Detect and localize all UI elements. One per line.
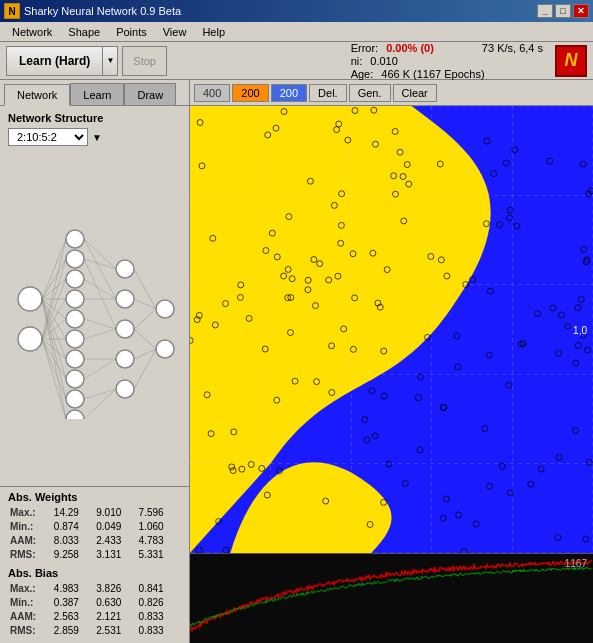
toolbar-info: Error: 0.00% (0) 73 K/s, 6,4 s ni: 0.010…: [351, 42, 543, 80]
btn-200a[interactable]: 200: [232, 84, 268, 102]
svg-line-51: [134, 269, 156, 309]
svg-line-33: [42, 319, 66, 339]
svg-point-4: [66, 270, 84, 288]
nn-logo: N: [555, 45, 587, 77]
svg-point-0: [18, 287, 42, 311]
svg-line-43: [84, 279, 116, 299]
bias-table: Max.: 4.983 3.826 0.841 Min.: 0.387 0.63…: [8, 581, 181, 639]
minimize-button[interactable]: _: [537, 4, 553, 18]
abs-bias-title: Abs. Bias: [8, 567, 181, 579]
svg-point-18: [156, 340, 174, 358]
svg-point-10: [66, 390, 84, 408]
svg-line-39: [84, 239, 116, 269]
svg-point-13: [116, 290, 134, 308]
epoch-label: 1167: [565, 558, 587, 569]
stop-button[interactable]: Stop: [122, 46, 167, 76]
structure-select[interactable]: 2:10:5:2: [8, 128, 88, 146]
table-row: Min.: 0.874 0.049 1.060: [10, 521, 179, 533]
svg-line-56: [134, 349, 156, 389]
scatter-plot-container: 1,0: [190, 106, 593, 553]
svg-point-5: [66, 290, 84, 308]
tab-draw[interactable]: Draw: [124, 83, 176, 105]
left-tabs: Network Learn Draw: [0, 80, 180, 105]
svg-line-50: [84, 389, 116, 419]
del-button[interactable]: Del.: [309, 84, 347, 102]
gen-button[interactable]: Gen.: [349, 84, 391, 102]
y-axis-label: 1,0: [573, 324, 587, 335]
bottom-chart: 1167: [190, 553, 593, 643]
learn-button-group: Learn (Hard) ▼: [6, 46, 118, 76]
btn-400[interactable]: 400: [194, 84, 230, 102]
svg-point-3: [66, 250, 84, 268]
svg-point-11: [66, 410, 84, 419]
right-panel: 400 200 200 Del. Gen. Clear 1,0 1167: [190, 80, 593, 643]
clear-button[interactable]: Clear: [393, 84, 437, 102]
svg-point-9: [66, 370, 84, 388]
svg-point-12: [116, 260, 134, 278]
nn-visualization: [0, 152, 189, 486]
menu-network[interactable]: Network: [4, 23, 60, 41]
svg-line-36: [42, 339, 66, 379]
svg-line-53: [134, 309, 156, 329]
svg-line-35: [42, 339, 66, 359]
tab-network[interactable]: Network: [4, 84, 70, 106]
menu-shape[interactable]: Shape: [60, 23, 108, 41]
error-value: 0.00% (0): [386, 42, 434, 54]
app-window: N Sharky Neural Network 0.9 Beta _ □ ✕ N…: [0, 0, 593, 643]
table-row: RMS: 2.859 2.531 0.833: [10, 625, 179, 637]
svg-point-16: [116, 380, 134, 398]
svg-line-49: [84, 389, 116, 399]
title-bar: N Sharky Neural Network 0.9 Beta _ □ ✕: [0, 0, 593, 22]
close-button[interactable]: ✕: [573, 4, 589, 18]
svg-point-8: [66, 350, 84, 368]
svg-line-52: [134, 299, 156, 309]
menu-help[interactable]: Help: [194, 23, 233, 41]
table-row: Max.: 4.983 3.826 0.841: [10, 583, 179, 595]
network-structure-title: Network Structure: [8, 112, 181, 124]
svg-point-6: [66, 310, 84, 328]
abs-weights-title: Abs. Weights: [8, 491, 181, 503]
table-row: Max.: 14.29 9.010 7.596: [10, 507, 179, 519]
svg-point-1: [18, 327, 42, 351]
svg-line-54: [134, 329, 156, 349]
ni-value: 0.010: [370, 55, 398, 67]
svg-line-55: [134, 349, 156, 359]
svg-point-14: [116, 320, 134, 338]
svg-line-46: [84, 329, 116, 339]
network-section: Network Structure 2:10:5:2 ▼: [0, 106, 189, 152]
learn-button[interactable]: Learn (Hard): [6, 46, 102, 76]
chart-canvas: [190, 554, 593, 643]
app-icon: N: [4, 3, 20, 19]
weights-table: Max.: 14.29 9.010 7.596 Min.: 0.874 0.04…: [8, 505, 181, 563]
svg-point-17: [156, 300, 174, 318]
menu-bar: Network Shape Points View Help: [0, 22, 593, 42]
menu-view[interactable]: View: [155, 23, 195, 41]
svg-line-29: [42, 239, 66, 339]
nn-svg: [10, 219, 180, 419]
error-label: Error:: [351, 42, 379, 54]
content-area: Network Learn Draw Network Structure 2:1…: [0, 80, 593, 643]
svg-line-20: [42, 259, 66, 299]
scatter-canvas[interactable]: [190, 106, 593, 553]
svg-line-38: [42, 339, 66, 419]
left-panel: Network Learn Draw Network Structure 2:1…: [0, 80, 190, 643]
app-title: Sharky Neural Network 0.9 Beta: [24, 5, 537, 17]
svg-point-2: [66, 230, 84, 248]
age-label: Age:: [351, 68, 374, 80]
tab-learn[interactable]: Learn: [70, 83, 124, 105]
maximize-button[interactable]: □: [555, 4, 571, 18]
table-row: Min.: 0.387 0.630 0.826: [10, 597, 179, 609]
weights-section: Abs. Weights Max.: 14.29 9.010 7.596 Min…: [0, 486, 189, 643]
svg-line-48: [84, 359, 116, 379]
btn-200b[interactable]: 200: [271, 84, 307, 102]
learn-dropdown[interactable]: ▼: [102, 46, 118, 76]
window-controls: _ □ ✕: [537, 4, 589, 18]
svg-line-41: [84, 259, 116, 269]
table-row: AAM: 2.563 2.121 0.833: [10, 611, 179, 623]
svg-line-45: [84, 319, 116, 329]
age-value: 466 K (1167 Epochs): [381, 68, 484, 80]
ni-label: ni:: [351, 55, 363, 67]
toolbar: Learn (Hard) ▼ Stop Error: 0.00% (0) 73 …: [0, 42, 593, 80]
svg-point-7: [66, 330, 84, 348]
menu-points[interactable]: Points: [108, 23, 155, 41]
